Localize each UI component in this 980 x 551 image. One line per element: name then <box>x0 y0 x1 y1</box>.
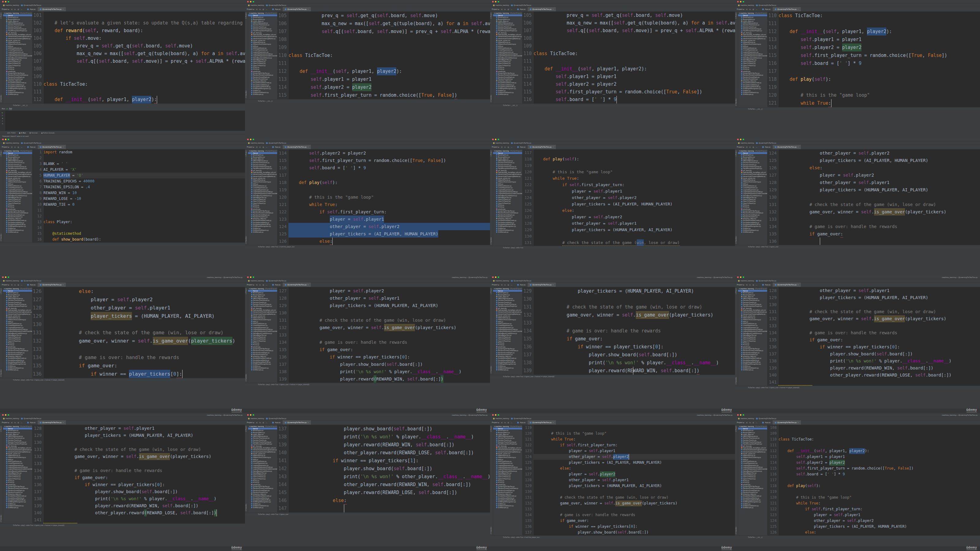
breadcrumb-file[interactable]: QLearningTicTacToe.py <box>24 4 41 6</box>
close-tab-icon[interactable]: ✕ <box>552 284 554 286</box>
code-line-139[interactable]: player.reward(REWARD_WIN, self.board[:]) <box>288 375 490 383</box>
code-line-136[interactable]: if winner == player_tickers[0]: <box>288 353 490 360</box>
code-line-146[interactable]: else: <box>288 497 490 505</box>
code-line-129[interactable]: player_tickers = (HUMAN_PLAYER, AI_PLAYE… <box>778 186 980 194</box>
code-line-122[interactable]: if self.first_player_turn: <box>533 181 735 188</box>
close-tab-icon[interactable]: ✕ <box>62 284 64 286</box>
code-line-128[interactable]: other_player = self.player1 <box>778 287 980 294</box>
project-toolbar-icons[interactable]: ⟲ ✛ ⚙ ─ <box>746 420 760 425</box>
code-line-106[interactable]: max_q_new = max([self.get_q(tuple(board)… <box>43 50 245 57</box>
code-line-116[interactable]: self.board = [' '] * 9 <box>778 472 980 477</box>
code-editor[interactable]: 101102103104105106107108109110111112 # l… <box>32 12 245 103</box>
code-line-130[interactable] <box>778 194 980 201</box>
code-editor[interactable]: 126127128129130131132133134135136 else: … <box>32 287 245 378</box>
code-line-125[interactable]: player_tickers = (AI_PLAYER, HUMAN_PLAYE… <box>778 524 980 530</box>
editor-breadcrumb-bar[interactable]: TicTacToe › play() › while True › if gam… <box>245 383 490 386</box>
project-tool-button[interactable]: Project ▾ <box>735 7 746 11</box>
code-line-132[interactable]: game_over, winner = self.is_game_over(pl… <box>43 453 245 460</box>
close-tab-icon[interactable]: ✕ <box>552 421 554 423</box>
project-tree[interactable]: ▾ machine_learning ~/PycharmProjects/mac… <box>738 287 767 386</box>
close-tab-icon[interactable]: ✕ <box>62 421 64 423</box>
code-line-130[interactable] <box>533 489 735 495</box>
project-toolbar-icons[interactable]: ⟲ ✛ ⚙ ─ <box>501 145 515 149</box>
code-line-133[interactable] <box>778 216 980 223</box>
code-editor[interactable]: 124125126127128129130131132133134135136 … <box>767 149 980 245</box>
editor-tab-App.py[interactable]: App.py <box>760 420 773 425</box>
project-tree[interactable]: ▾ machine_learning ~/PycharmProjects/mac… <box>248 149 277 245</box>
breadcrumb-project[interactable]: machine_learning <box>495 418 509 419</box>
code-line-110[interactable]: class TicTacToe: <box>778 437 980 442</box>
editor-tab-QLearningTicTacToe.py[interactable]: QLearningTicTacToe.py✕ <box>528 420 556 425</box>
code-line-144[interactable]: other_player.reward(REWARD_WIN, self.boa… <box>288 481 490 489</box>
code-line-111[interactable] <box>778 20 980 27</box>
editor-tab-QLearningTicTacToe.py[interactable]: QLearningTicTacToe.py✕ <box>38 7 66 11</box>
code-line-2[interactable] <box>43 155 245 161</box>
code-line-101[interactable] <box>43 12 245 19</box>
breadcrumb-file[interactable]: QLearningTicTacToe.py <box>269 280 286 282</box>
code-line-14[interactable] <box>43 225 245 231</box>
code-line-136[interactable]: if winner == player_tickers[0]: <box>533 524 735 530</box>
code-line-129[interactable]: player_tickers = (HUMAN_PLAYER, AI_PLAYE… <box>43 432 245 439</box>
zoom-window-icon[interactable] <box>8 1 9 2</box>
code-line-136[interactable] <box>778 238 980 245</box>
project-tool-tab[interactable]: 1: Project <box>735 13 737 19</box>
code-line-127[interactable]: player = self.player2 <box>533 214 735 220</box>
code-line-132[interactable]: game_over, winner = self.is_game_over(pl… <box>288 324 490 331</box>
code-line-112[interactable]: def __init__(self, player1, player2): <box>43 96 245 103</box>
project-tool-button[interactable]: Project ▾ <box>735 283 746 287</box>
project-tool-button[interactable]: Project ▾ <box>490 145 501 149</box>
code-editor[interactable]: 137138139140141142143144145146147 player… <box>277 425 490 513</box>
code-line-130[interactable] <box>43 320 245 329</box>
code-line-132[interactable]: game_over, winner = self.is_game_over(pl… <box>43 337 245 345</box>
tree-item-SVMSimple.py[interactable]: SVMSimple.py <box>738 231 767 233</box>
project-tree[interactable]: ▾ machine_learning ~/PycharmProjects/mac… <box>738 149 767 245</box>
code-line-134[interactable]: # game is over: handle the rewards <box>533 512 735 518</box>
project-toolbar-icons[interactable]: ⟲ ✛ ⚙ ─ <box>501 283 515 287</box>
code-line-125[interactable]: player_tickers = (AI_PLAYER, HUMAN_PLAYE… <box>778 157 980 164</box>
project-tool-button[interactable]: Project ▾ <box>490 420 501 425</box>
tree-item-SVMSimple.py[interactable]: SVMSimple.py <box>3 231 32 233</box>
code-line-127[interactable]: player = self.player2 <box>43 295 245 304</box>
code-line-128[interactable]: other_player = self.player1 <box>43 425 245 432</box>
editor-tab-QLearningTicTacToe.py[interactable]: QLearningTicTacToe.py✕ <box>773 420 801 425</box>
project-tool-button[interactable]: Project ▾ <box>490 7 501 11</box>
code-area[interactable]: player.show_board(self.board[:]) print('… <box>288 425 490 513</box>
project-tool-button[interactable]: Project ▾ <box>0 145 11 149</box>
tree-root[interactable]: ▾ machine_learning ~/PycharmProjects/mac… <box>493 287 522 290</box>
tree-item-SVMSimple.py[interactable]: SVMSimple.py <box>3 94 32 95</box>
code-line-135[interactable]: if game_over: <box>43 474 245 481</box>
code-line-126[interactable]: else: <box>43 287 245 295</box>
tree-root[interactable]: ▾ machine_learning ~/PycharmProjects/mac… <box>738 149 767 152</box>
code-line-4[interactable]: AI_PLAYER = 'X' <box>43 167 245 173</box>
code-area[interactable]: # this is the "game loop" while True: if… <box>533 425 735 535</box>
code-line-108[interactable] <box>43 65 245 73</box>
code-line-133[interactable] <box>288 331 490 338</box>
code-editor[interactable]: 1171181191201211221231241251261271281291… <box>522 149 735 246</box>
minimize-window-icon[interactable] <box>495 1 496 2</box>
code-line-129[interactable]: player_tickers = (HUMAN_PLAYER, AI_PLAYE… <box>288 302 490 309</box>
breadcrumb-file[interactable]: QLearningTicTacToe.py <box>24 280 41 282</box>
code-line-119[interactable] <box>533 162 735 169</box>
favorites-tool-tab[interactable]: 2: Favorites <box>490 95 492 102</box>
editor-tab-App.py[interactable]: App.py <box>515 7 528 11</box>
code-line-120[interactable]: # this is the "game loop" <box>533 431 735 437</box>
editor-breadcrumb-bar[interactable]: TicTacToe › play() › while True › if gam… <box>0 378 245 381</box>
project-tool-tab[interactable]: 1: Project <box>735 288 737 294</box>
code-line-119[interactable] <box>533 425 735 431</box>
code-line-134[interactable]: # game is over: handle the rewards <box>533 327 735 335</box>
project-toolbar-icons[interactable]: ⟲ ✛ ⚙ ─ <box>256 145 270 149</box>
code-line-136[interactable]: if winner == player_tickers[0]: <box>43 481 245 488</box>
code-line-137[interactable]: player.show_board(self.board[:]) <box>288 360 490 368</box>
tree-item-SVMSimple.py[interactable]: SVMSimple.py <box>248 369 277 371</box>
editor-tab-App.py[interactable]: App.py <box>270 7 283 11</box>
breadcrumb-project[interactable]: machine_learning <box>5 142 19 144</box>
code-line-125[interactable]: player_tickers = (AI_PLAYER, HUMAN_PLAYE… <box>288 230 490 238</box>
editor-breadcrumb-bar[interactable]: TicTacToe › play() › while True › if gam… <box>245 513 490 516</box>
code-line-113[interactable]: self.player1 = player1 <box>533 73 735 81</box>
editor-tab-App.py[interactable]: App.py <box>515 145 528 149</box>
code-line-1[interactable]: import random <box>43 149 245 155</box>
editor-breadcrumb-bar[interactable]: TicTacToe › __init__() <box>0 103 245 107</box>
close-tab-icon[interactable]: ✕ <box>797 146 799 148</box>
code-line-11[interactable] <box>43 208 245 213</box>
code-line-103[interactable]: def reward(self, reward, board): <box>43 27 245 35</box>
